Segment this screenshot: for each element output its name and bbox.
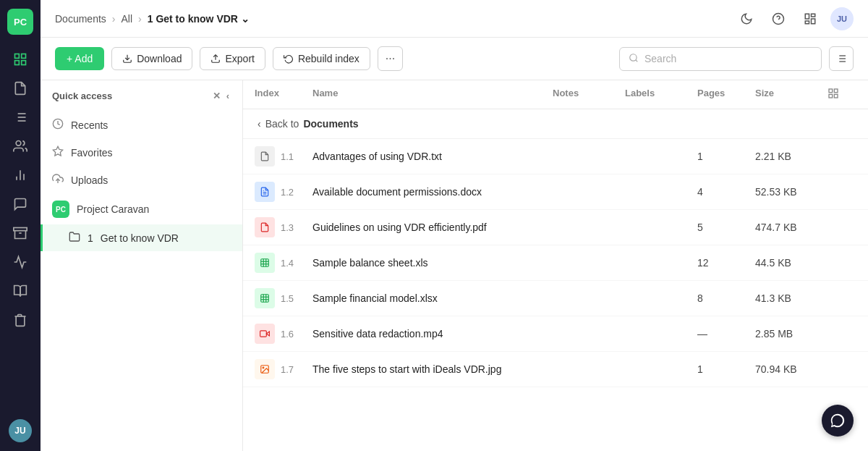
file-row[interactable]: 1.1 Advantages of using VDR.txt 1 2.21 K…: [243, 139, 868, 174]
svg-rect-38: [834, 94, 838, 98]
download-label: Download: [137, 53, 182, 64]
nav-users[interactable]: [7, 133, 33, 159]
sidebar-folder-item[interactable]: 1 Get to know VDR: [41, 224, 242, 251]
col-settings-icon[interactable]: [827, 88, 856, 101]
filter-button[interactable]: [829, 46, 854, 71]
sidebar-item-uploads[interactable]: Uploads: [41, 167, 242, 194]
file-index-text: 1.6: [281, 329, 294, 340]
back-chevron-icon: ‹: [258, 118, 261, 130]
file-pages: 12: [697, 257, 755, 269]
breadcrumb-root[interactable]: Documents: [55, 13, 106, 25]
toolbar: + Add Download Export Rebuild index ···: [41, 38, 868, 80]
folder-label: Get to know VDR: [101, 232, 179, 244]
file-index: 1.7: [255, 359, 312, 379]
file-type-icon: [255, 324, 275, 344]
svg-rect-18: [805, 14, 809, 19]
file-name: The five steps to start with iDeals VDR.…: [312, 363, 553, 375]
breadcrumb-middle[interactable]: All: [121, 13, 132, 25]
nav-trash[interactable]: [7, 307, 33, 333]
sidebar-close-icon[interactable]: ✕: [211, 89, 222, 103]
back-row[interactable]: ‹ Back to Documents: [243, 109, 868, 139]
export-button[interactable]: Export: [200, 47, 265, 70]
back-target: Documents: [303, 118, 358, 130]
search-input[interactable]: [644, 53, 812, 64]
file-row[interactable]: 1.3 Guidelines on using VDR efficiently.…: [243, 210, 868, 245]
file-row[interactable]: 1.6 Sensitive data redaction.mp4 — 2.85 …: [243, 316, 868, 352]
file-rows-container: 1.1 Advantages of using VDR.txt 1 2.21 K…: [243, 139, 868, 387]
nav-archive[interactable]: [7, 220, 33, 246]
sidebar-item-recents[interactable]: Recents: [41, 111, 242, 139]
more-button[interactable]: ···: [378, 46, 403, 71]
file-row[interactable]: 1.7 The five steps to start with iDeals …: [243, 352, 868, 387]
col-size: Size: [755, 88, 827, 101]
file-name: Sample financial model.xlsx: [312, 292, 553, 304]
main-area: Documents › All › 1 Get to know VDR ⌄ JU…: [41, 0, 868, 451]
icon-sidebar: PC JU: [0, 0, 41, 451]
nav-analytics[interactable]: [7, 162, 33, 188]
add-button[interactable]: + Add: [55, 47, 104, 70]
nav-reports[interactable]: [7, 278, 33, 304]
svg-rect-20: [812, 19, 815, 24]
nav-dashboard[interactable]: [7, 46, 33, 72]
layout-button[interactable]: [799, 7, 822, 30]
file-index-text: 1.2: [281, 187, 294, 198]
svg-rect-21: [805, 21, 809, 24]
project-badge: PC: [52, 201, 69, 218]
download-button[interactable]: Download: [111, 47, 192, 70]
nav-tasks[interactable]: [7, 104, 33, 130]
sidebar-header-icons: ✕ ‹: [211, 89, 231, 103]
dark-mode-toggle[interactable]: [735, 7, 758, 30]
file-size: 70.94 KB: [755, 363, 827, 375]
file-type-icon: [255, 182, 275, 202]
app-logo[interactable]: PC: [7, 9, 33, 35]
file-row[interactable]: 1.5 Sample financial model.xlsx 8 41.3 K…: [243, 281, 868, 316]
breadcrumb: Documents › All › 1 Get to know VDR ⌄: [55, 13, 250, 25]
breadcrumb-sep1: ›: [112, 13, 116, 25]
col-index: Index: [255, 88, 312, 101]
quick-sidebar-header: Quick access ✕ ‹: [41, 80, 242, 111]
svg-rect-19: [812, 14, 815, 17]
search-icon: [629, 53, 639, 65]
quick-access-title: Quick access: [52, 90, 112, 101]
file-type-icon: [255, 253, 275, 273]
file-pages: 1: [697, 363, 755, 375]
top-header: Documents › All › 1 Get to know VDR ⌄ JU: [41, 0, 868, 38]
file-row[interactable]: 1.2 Available document permissions.docx …: [243, 174, 868, 210]
file-type-icon: [255, 146, 275, 167]
file-name: Advantages of using VDR.txt: [312, 151, 553, 162]
file-size: 52.53 KB: [755, 186, 827, 198]
sidebar-item-favorites[interactable]: Favorites: [41, 139, 242, 167]
rebuild-index-button[interactable]: Rebuild index: [273, 47, 370, 70]
uploads-label: Uploads: [71, 174, 108, 186]
file-size: 2.21 KB: [755, 151, 827, 162]
col-name: Name: [312, 88, 553, 101]
more-icon: ···: [386, 52, 395, 65]
chevron-down-icon[interactable]: ⌄: [241, 13, 250, 25]
file-size: 41.3 KB: [755, 292, 827, 304]
sidebar-project-caravan[interactable]: PC Project Caravan: [41, 194, 242, 224]
user-avatar[interactable]: JU: [9, 419, 32, 442]
star-icon: [52, 146, 64, 160]
svg-rect-36: [834, 89, 838, 93]
user-badge[interactable]: JU: [830, 7, 854, 30]
export-label: Export: [225, 53, 254, 64]
svg-rect-46: [261, 295, 269, 303]
nav-documents[interactable]: [7, 75, 33, 101]
clock-icon: [52, 118, 64, 132]
file-index: 1.4: [255, 253, 312, 273]
svg-rect-52: [260, 331, 267, 337]
svg-rect-14: [14, 228, 27, 231]
chat-button[interactable]: [822, 405, 854, 437]
svg-rect-0: [15, 54, 20, 59]
sidebar-collapse-icon[interactable]: ‹: [225, 89, 231, 103]
file-index: 1.2: [255, 182, 312, 202]
nav-messages[interactable]: [7, 191, 33, 217]
svg-rect-41: [261, 259, 269, 267]
file-row[interactable]: 1.4 Sample balance sheet.xls 12 44.5 KB: [243, 245, 868, 281]
help-button[interactable]: [767, 7, 790, 30]
nav-chart[interactable]: [7, 249, 33, 275]
search-box: [619, 47, 822, 71]
folder-index: 1: [88, 232, 93, 244]
svg-rect-1: [22, 54, 26, 59]
file-pages: 1: [697, 151, 755, 162]
